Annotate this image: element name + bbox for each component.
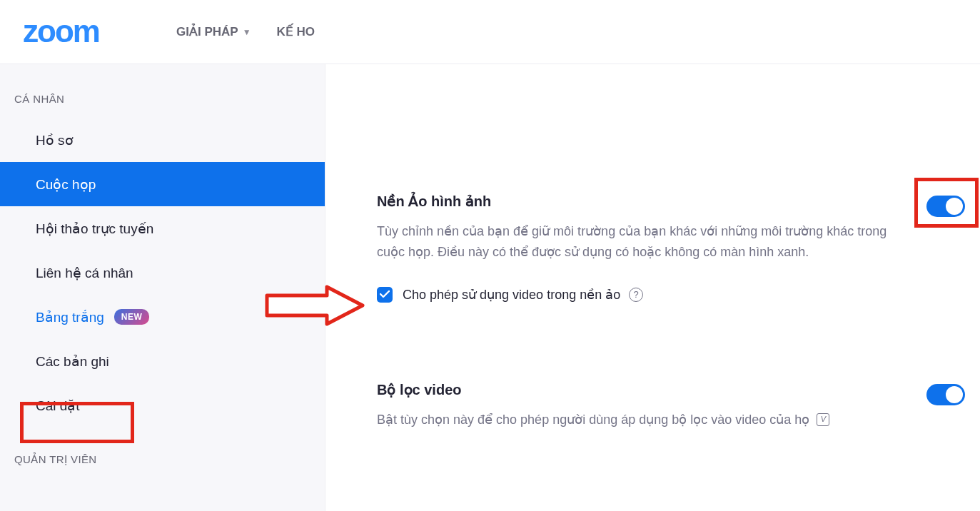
sidebar-item-recordings[interactable]: Các bản ghi xyxy=(0,339,325,383)
setting-description-row: Bật tùy chọn này để cho phép người dùng … xyxy=(377,410,905,430)
nav-plans-partial[interactable]: KẾ HO xyxy=(277,24,315,39)
sidebar-item-profile[interactable]: Hồ sơ xyxy=(0,118,325,162)
settings-content: Nền Ảo hình ảnh Tùy chỉnh nền của bạn để… xyxy=(325,64,980,511)
chevron-down-icon: ▼ xyxy=(243,27,251,37)
sidebar-item-label: Cuộc họp xyxy=(36,176,96,193)
svg-text:zoom: zoom xyxy=(23,18,99,46)
setting-description: Bật tùy chọn này để cho phép người dùng … xyxy=(377,410,809,430)
sidebar: CÁ NHÂN Hồ sơ Cuộc họp Hội thảo trực tuy… xyxy=(0,64,325,511)
sidebar-item-webinars[interactable]: Hội thảo trực tuyến xyxy=(0,206,325,251)
sub-option-allow-video: Cho phép sử dụng video trong nền ảo ? xyxy=(377,287,966,303)
setting-title: Bộ lọc video xyxy=(377,381,966,398)
nav-plans-label: KẾ HO xyxy=(277,24,315,39)
sidebar-item-label: Bảng trắng xyxy=(36,309,104,325)
sidebar-section-admin: QUẢN TRỊ VIÊN xyxy=(0,427,325,479)
v-key-icon: V xyxy=(817,413,829,426)
sidebar-item-label: Các bản ghi xyxy=(36,353,109,370)
zoom-logo[interactable]: zoom xyxy=(23,18,148,46)
sidebar-item-label: Cài đặt xyxy=(36,398,80,414)
sidebar-item-label: Liên hệ cá nhân xyxy=(36,265,133,281)
sidebar-item-contacts[interactable]: Liên hệ cá nhân xyxy=(0,251,325,295)
setting-description: Tùy chỉnh nền của bạn để giữ môi trường … xyxy=(377,221,905,263)
checkbox-allow-video[interactable] xyxy=(377,287,393,303)
check-icon xyxy=(380,290,390,298)
toggle-virtual-background[interactable] xyxy=(926,196,965,217)
sidebar-item-whiteboard[interactable]: Bảng trắng NEW xyxy=(0,295,325,339)
sidebar-item-label: Hội thảo trực tuyến xyxy=(36,221,153,237)
sub-option-label: Cho phép sử dụng video trong nền ảo xyxy=(403,287,620,303)
help-icon[interactable]: ? xyxy=(629,288,643,302)
nav-solutions-label: GIẢI PHÁP xyxy=(176,24,238,39)
nav-solutions[interactable]: GIẢI PHÁP ▼ xyxy=(176,24,251,39)
app-header: zoom GIẢI PHÁP ▼ KẾ HO xyxy=(0,0,980,64)
setting-video-filter: Bộ lọc video Bật tùy chọn này để cho phé… xyxy=(377,381,966,430)
setting-virtual-background: Nền Ảo hình ảnh Tùy chỉnh nền của bạn để… xyxy=(377,193,966,303)
body-wrap: CÁ NHÂN Hồ sơ Cuộc họp Hội thảo trực tuy… xyxy=(0,64,980,511)
sidebar-item-settings[interactable]: Cài đặt xyxy=(0,383,325,427)
toggle-video-filter[interactable] xyxy=(926,384,965,405)
sidebar-section-personal: CÁ NHÂN xyxy=(0,93,325,118)
new-badge: NEW xyxy=(114,309,150,325)
setting-title: Nền Ảo hình ảnh xyxy=(377,193,966,210)
sidebar-item-meetings[interactable]: Cuộc họp xyxy=(0,162,325,206)
sidebar-item-label: Hồ sơ xyxy=(36,132,74,148)
